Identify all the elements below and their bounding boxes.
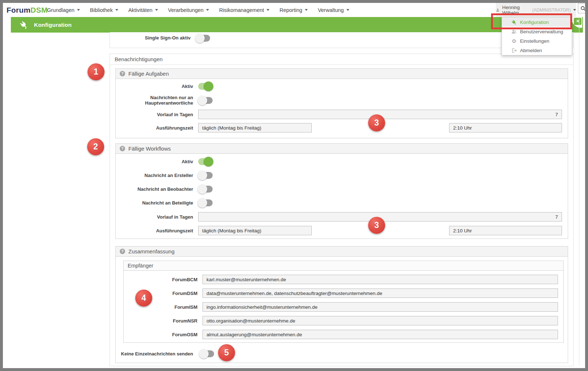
nav-item-label: Verwaltung	[318, 7, 344, 13]
tasks-only-main-toggle[interactable]	[198, 97, 213, 104]
section-title: Zusammenfassung	[128, 248, 175, 254]
field-label: Nachrichten nur anHauptverantwortliche	[116, 95, 193, 106]
wf-beteiligte-toggle[interactable]	[198, 199, 213, 206]
field-label: Keine Einzelnachrichten senden	[116, 351, 193, 357]
section-faellige-aufgaben: ? Fällige Aufgaben Aktiv Nachrichten nur…	[115, 68, 568, 138]
recipient-label: ForumNSR	[124, 318, 197, 324]
toggle-knob	[195, 33, 205, 43]
plug-icon	[20, 21, 28, 29]
chevron-down-icon	[155, 9, 158, 12]
recipient-label: ForumDSM	[124, 291, 197, 296]
menu-item-abmelden[interactable]: Abmelden	[502, 46, 572, 55]
page-title: Konfiguration	[34, 22, 72, 28]
chevron-down-icon	[267, 9, 269, 12]
menu-item-label: Benutzerverwaltung	[520, 29, 563, 34]
no-single-messages-toggle[interactable]	[200, 350, 214, 357]
user-menu-button[interactable]: Henning Wilhelm (ADMINISTRATOR)	[496, 3, 576, 17]
nav-item-bibliothek[interactable]: Bibliothek	[85, 7, 123, 13]
nav-item-label: Verarbeitungen	[168, 7, 204, 13]
wf-ersteller-toggle[interactable]	[198, 172, 213, 179]
wf-exec-time-input[interactable]: 2:10 Uhr	[449, 226, 562, 235]
recipient-forumism-input[interactable]	[203, 302, 558, 312]
user-role: (ADMINISTRATOR)	[532, 8, 571, 13]
field-label: Nachricht an Beteiligte	[116, 200, 193, 206]
search-button[interactable]	[578, 3, 588, 13]
section-faellige-workflows: ? Fällige Workflows Aktiv Nachricht an E…	[115, 143, 568, 239]
menu-item-label: Konfiguration	[520, 20, 549, 25]
logout-icon	[511, 48, 517, 53]
toggle-knob	[197, 96, 207, 105]
field-label: Aktiv	[116, 84, 193, 89]
nav-item-reporting[interactable]: Reporting	[274, 7, 313, 13]
tasks-exec-schedule-select[interactable]: täglich (Montag bis Freitag)	[198, 123, 312, 132]
toggle-knob	[197, 198, 207, 208]
notifications-panel-title: Benachrichtigungen	[110, 54, 573, 65]
menu-item-benutzerverwaltung[interactable]: Benutzerverwaltung	[502, 27, 572, 36]
sso-toggle[interactable]	[196, 35, 210, 42]
menu-item-label: Abmelden	[520, 48, 542, 53]
main-menu: Grundlagen Bibliothek Aktivitäten Verarb…	[42, 3, 354, 17]
recipient-forumdsm-input[interactable]	[203, 288, 558, 298]
recipient-label: ForumISM	[124, 304, 197, 310]
toggle-knob	[204, 81, 213, 91]
nav-item-label: Aktivitäten	[128, 7, 153, 13]
recipient-label: ForumOSM	[124, 332, 197, 337]
tasks-exec-time-input[interactable]: 2:10 Uhr	[449, 123, 562, 132]
nav-item-label: Risikomanagement	[219, 7, 264, 13]
field-label: Aktiv	[116, 159, 193, 164]
recipient-label: ForumBCM	[124, 277, 197, 282]
help-icon[interactable]: ?	[120, 146, 125, 151]
section-header: ? Fällige Workflows	[116, 144, 568, 154]
recipient-forumnsr-input[interactable]	[203, 316, 558, 325]
close-icon: ×	[574, 18, 581, 25]
toggle-knob	[197, 170, 207, 180]
tasks-vorlauf-input[interactable]	[198, 110, 562, 119]
user-name: Henning Wilhelm	[502, 5, 530, 16]
gear-icon	[511, 38, 517, 44]
recipient-forumosm-input[interactable]	[203, 330, 558, 339]
tasks-aktiv-toggle[interactable]	[198, 83, 213, 90]
wf-exec-schedule-select[interactable]: täglich (Montag bis Freitag)	[198, 226, 312, 235]
annotation-badge-2: 2	[87, 138, 104, 155]
close-page-button[interactable]: ×	[571, 17, 582, 28]
nav-item-verwaltung[interactable]: Verwaltung	[313, 7, 354, 13]
top-navbar: ForumDSM Grundlagen Bibliothek Aktivität…	[3, 3, 585, 17]
wf-beobachter-toggle[interactable]	[198, 186, 213, 193]
logo-prefix: Forum	[7, 6, 30, 14]
chevron-down-icon	[115, 9, 118, 12]
toggle-knob	[199, 349, 209, 359]
recipient-forumbcm-input[interactable]	[203, 275, 558, 284]
help-icon[interactable]: ?	[120, 71, 125, 76]
user-dropdown-menu: Konfiguration Benutzerverwaltung Einstel…	[502, 17, 572, 55]
chevron-down-icon	[346, 9, 349, 12]
recipients-box: Empfänger ForumBCM ForumDSM ForumISM For…	[123, 261, 564, 343]
notifications-panel: Benachrichtigungen ? Fällige Aufgaben Ak…	[110, 54, 574, 366]
nav-item-risikomanagement[interactable]: Risikomanagement	[214, 7, 274, 13]
field-label: Ausführungszeit	[116, 125, 193, 131]
users-icon	[511, 29, 517, 34]
wf-aktiv-toggle[interactable]	[198, 158, 213, 165]
field-label: Nachricht an Ersteller	[116, 173, 193, 178]
nav-item-verarbeitungen[interactable]: Verarbeitungen	[163, 7, 214, 13]
annotation-badge-1: 1	[88, 63, 105, 80]
field-label: Ausführungszeit	[116, 228, 193, 233]
toggle-knob	[204, 157, 213, 166]
nav-item-label: Grundlagen	[47, 7, 74, 13]
menu-item-konfiguration[interactable]: Konfiguration	[502, 17, 572, 27]
nav-item-grundlagen[interactable]: Grundlagen	[42, 7, 85, 13]
section-title: Fällige Aufgaben	[128, 71, 169, 77]
field-label: Vorlauf in Tagen	[116, 214, 193, 220]
chevron-down-icon	[305, 9, 308, 12]
app-logo[interactable]: ForumDSM	[7, 3, 48, 17]
help-icon[interactable]: ?	[120, 249, 125, 254]
nav-item-aktivitaeten[interactable]: Aktivitäten	[123, 7, 163, 13]
section-title: Fällige Workflows	[128, 146, 171, 152]
wf-vorlauf-input[interactable]	[198, 212, 562, 222]
search-icon	[580, 5, 586, 12]
field-label: Nachricht an Beobachter	[116, 186, 193, 192]
plug-icon	[511, 20, 517, 25]
chevron-down-icon	[206, 9, 209, 12]
user-icon	[496, 8, 500, 13]
menu-item-einstellungen[interactable]: Einstellungen	[502, 36, 572, 46]
sso-label: Single Sign-On aktiv	[110, 32, 191, 44]
